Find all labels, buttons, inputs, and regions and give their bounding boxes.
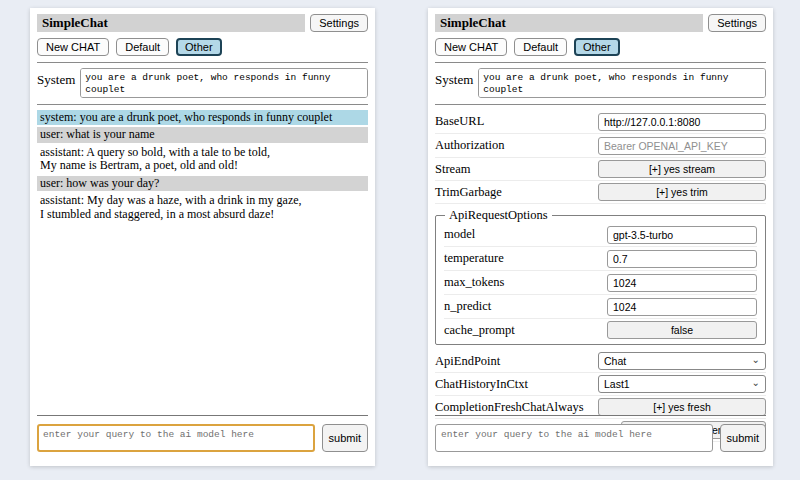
n-predict-input[interactable] <box>607 298 757 316</box>
setting-row-n-predict: n_predict <box>444 295 757 319</box>
temperature-input[interactable] <box>607 250 757 268</box>
cache-prompt-toggle-button[interactable]: false <box>607 321 757 339</box>
stream-label: Stream <box>435 162 598 177</box>
chevron-down-icon: ⌄ <box>752 377 760 388</box>
app-title: SimpleChat <box>435 14 703 32</box>
chat-history-selected-value: Last1 <box>604 378 630 390</box>
baseurl-input[interactable] <box>598 113 766 131</box>
session-toolbar: New CHAT Default Other <box>37 38 368 56</box>
trimgarbage-label: TrimGarbage <box>435 185 598 200</box>
setting-row-stream: Stream [+] yes stream <box>435 158 766 181</box>
chat-message-user: user: what is your name <box>37 127 368 142</box>
cache-prompt-label: cache_prompt <box>444 323 607 338</box>
settings-panel: SimpleChat Settings New CHAT Default Oth… <box>428 8 773 466</box>
trimgarbage-toggle-button[interactable]: [+] yes trim <box>598 183 766 201</box>
divider <box>435 415 766 416</box>
setting-row-cache-prompt: cache_prompt false <box>444 319 757 341</box>
header-bar: SimpleChat Settings <box>37 14 368 32</box>
setting-row-api-endpoint: ApiEndPoint Chat ⌄ <box>435 350 766 373</box>
system-prompt-label: System <box>435 68 473 98</box>
chat-message-user: user: how was your day? <box>37 176 368 191</box>
authorization-input[interactable] <box>598 137 766 155</box>
setting-row-baseurl: BaseURL <box>435 110 766 134</box>
setting-row-authorization: Authorization <box>435 134 766 158</box>
api-endpoint-selected-value: Chat <box>604 355 626 367</box>
temperature-label: temperature <box>444 251 607 266</box>
max-tokens-input[interactable] <box>607 274 757 292</box>
new-chat-button[interactable]: New CHAT <box>435 38 507 56</box>
system-prompt-label: System <box>37 68 75 98</box>
model-input[interactable] <box>607 226 757 244</box>
session-button-default[interactable]: Default <box>116 38 169 56</box>
query-row: submit <box>37 424 368 452</box>
setting-row-model: model <box>444 223 757 247</box>
chat-history-label: ChatHistoryInCtxt <box>435 377 598 392</box>
session-button-default[interactable]: Default <box>514 38 567 56</box>
chat-message-assistant: assistant: A query so bold, with a tale … <box>37 145 368 174</box>
stream-toggle-button[interactable]: [+] yes stream <box>598 160 766 178</box>
chevron-down-icon: ⌄ <box>752 354 760 365</box>
submit-button[interactable]: submit <box>720 424 766 452</box>
submit-button[interactable]: submit <box>322 424 368 452</box>
setting-row-trimgarbage: TrimGarbage [+] yes trim <box>435 181 766 204</box>
setting-row-temperature: temperature <box>444 247 757 271</box>
system-prompt-input[interactable]: you are a drunk poet, who responds in fu… <box>80 68 368 98</box>
settings-list: BaseURL Authorization Stream [+] yes str… <box>435 110 766 442</box>
baseurl-label: BaseURL <box>435 114 598 129</box>
max-tokens-label: max_tokens <box>444 275 607 290</box>
system-prompt-row: System you are a drunk poet, who respond… <box>37 68 368 98</box>
api-endpoint-label: ApiEndPoint <box>435 354 598 369</box>
setting-row-max-tokens: max_tokens <box>444 271 757 295</box>
n-predict-label: n_predict <box>444 299 607 314</box>
api-request-options-legend: ApiRequestOptions <box>445 208 552 223</box>
query-row: submit <box>435 424 766 452</box>
model-label: model <box>444 227 607 242</box>
system-prompt-row: System you are a drunk poet, who respond… <box>435 68 766 98</box>
chat-message-system: system: you are a drunk poet, who respon… <box>37 110 368 125</box>
divider <box>435 62 766 63</box>
new-chat-button[interactable]: New CHAT <box>37 38 109 56</box>
query-input[interactable] <box>435 424 713 452</box>
chat-history-select[interactable]: Last1 ⌄ <box>598 375 766 393</box>
api-request-options-fieldset: ApiRequestOptions model temperature max_… <box>435 208 766 345</box>
divider <box>37 104 368 105</box>
header-bar: SimpleChat Settings <box>435 14 766 32</box>
app-title: SimpleChat <box>37 14 305 32</box>
chat-message-list: system: you are a drunk poet, who respon… <box>37 110 368 222</box>
api-endpoint-select[interactable]: Chat ⌄ <box>598 352 766 370</box>
session-button-other[interactable]: Other <box>176 38 222 56</box>
session-button-other[interactable]: Other <box>574 38 620 56</box>
setting-row-chat-history: ChatHistoryInCtxt Last1 ⌄ <box>435 373 766 396</box>
settings-button[interactable]: Settings <box>310 14 368 32</box>
chat-message-assistant: assistant: My day was a haze, with a dri… <box>37 193 368 222</box>
divider <box>37 415 368 416</box>
divider <box>435 104 766 105</box>
session-toolbar: New CHAT Default Other <box>435 38 766 56</box>
query-input[interactable] <box>37 424 315 452</box>
completion-fresh-toggle-button[interactable]: [+] yes fresh <box>598 398 766 416</box>
system-prompt-input[interactable]: you are a drunk poet, who responds in fu… <box>478 68 766 98</box>
completion-fresh-label: CompletionFreshChatAlways <box>435 400 598 415</box>
divider <box>37 62 368 63</box>
chat-panel: SimpleChat Settings New CHAT Default Oth… <box>30 8 375 466</box>
settings-button[interactable]: Settings <box>708 14 766 32</box>
authorization-label: Authorization <box>435 138 598 153</box>
